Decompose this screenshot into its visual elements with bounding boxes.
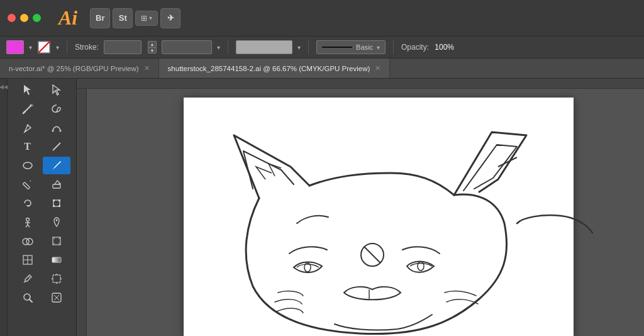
svg-point-12 — [52, 130, 53, 132]
variable-dropdown-arrow[interactable]: ▾ — [217, 44, 220, 51]
paintbrush-tool[interactable] — [43, 157, 70, 174]
ruler-left — [77, 89, 87, 336]
title-bar: Ai Br St ⊞ ▾ ✈ — [0, 0, 644, 36]
ruler-top — [77, 79, 644, 89]
eraser-tool[interactable] — [43, 176, 70, 193]
svg-rect-17 — [53, 184, 60, 188]
tool-row-select — [9, 81, 75, 99]
svg-marker-3 — [53, 85, 60, 95]
pen-tool[interactable] — [14, 119, 42, 137]
tab-1[interactable]: n-vector.ai* @ 25% (RGB/GPU Preview) ✕ — [0, 59, 159, 78]
tool-row-rotate — [9, 194, 75, 212]
svg-point-24 — [26, 218, 29, 221]
tool-row-eyedropper — [9, 270, 75, 288]
svg-line-55 — [364, 247, 380, 263]
type-tool[interactable]: T — [14, 138, 42, 155]
svg-line-28 — [28, 225, 30, 227]
svg-line-27 — [26, 225, 28, 227]
pin-tool[interactable] — [43, 213, 70, 231]
svg-point-29 — [55, 220, 57, 221]
workspace-selector[interactable]: ⊞ ▾ — [135, 11, 158, 26]
canvas-document[interactable] — [184, 98, 574, 336]
stroke-up-btn[interactable]: ▲ — [148, 41, 157, 47]
fox-drawing — [184, 98, 574, 336]
gray-swatch[interactable] — [236, 40, 292, 54]
stroke-stepper: ▲ ▼ — [148, 41, 157, 53]
perspective-tool[interactable] — [43, 232, 70, 250]
maximize-button[interactable] — [33, 14, 41, 22]
tab-1-label: n-vector.ai* @ 25% (RGB/GPU Preview) — [9, 65, 139, 72]
stroke-label: Stroke: — [75, 43, 99, 52]
variable-select[interactable] — [162, 40, 212, 54]
magic-wand-tool[interactable] — [14, 100, 42, 118]
pencil-tool[interactable] — [14, 176, 42, 193]
tool-row-wand — [9, 100, 75, 118]
hand-tool[interactable] — [43, 289, 70, 306]
tool-row-type: T — [9, 138, 75, 155]
toolbar-extras: Br St ⊞ ▾ ✈ — [90, 8, 180, 28]
mesh-tool[interactable] — [14, 251, 42, 269]
svg-point-15 — [23, 162, 32, 169]
line-tool[interactable] — [43, 138, 70, 155]
svg-line-9 — [31, 104, 32, 104]
props-sep-2 — [228, 40, 228, 54]
stroke-dropdown-arrow[interactable]: ▾ — [56, 44, 59, 51]
stroke-line-preview[interactable]: Basic ▾ — [316, 40, 386, 54]
canvas-area[interactable] — [77, 79, 644, 336]
app-logo: Ai — [58, 6, 77, 30]
tool-row-pencil — [9, 176, 75, 193]
svg-line-50 — [30, 300, 32, 302]
workspace-dropdown-arrow: ▾ — [149, 14, 152, 21]
zoom-tool[interactable] — [14, 289, 42, 306]
shape-builder-tool[interactable] — [14, 232, 42, 250]
free-transform-tool[interactable] — [43, 194, 70, 212]
gradient-tool[interactable] — [43, 251, 70, 269]
share-button[interactable]: ✈ — [160, 8, 180, 28]
svg-rect-23 — [58, 205, 60, 207]
traffic-lights — [8, 14, 41, 22]
tool-row-mesh — [9, 251, 75, 269]
tab-2-close[interactable]: ✕ — [375, 65, 380, 72]
eyedropper-tool[interactable] — [14, 270, 42, 288]
tool-row-pen — [9, 119, 75, 137]
properties-bar: ▾ ▾ Stroke: ▲ ▼ ▾ ▾ Basic ▾ Opacity: 100… — [0, 36, 644, 59]
workspace-grid-icon: ⊞ — [141, 14, 147, 23]
gray-dropdown-arrow[interactable]: ▾ — [297, 44, 301, 51]
selection-tool[interactable] — [14, 81, 42, 99]
svg-rect-20 — [53, 199, 55, 201]
artboard-tool[interactable] — [43, 270, 70, 288]
stroke-down-btn[interactable]: ▼ — [148, 47, 157, 53]
svg-point-30 — [23, 238, 29, 245]
curvature-tool[interactable] — [43, 119, 70, 137]
opacity-value[interactable]: 100% — [434, 43, 454, 52]
lasso-tool[interactable] — [43, 100, 70, 118]
stock-button[interactable]: St — [113, 8, 133, 28]
stroke-swatch[interactable] — [37, 40, 51, 54]
tab-2[interactable]: shutterstock_285744158-2.ai @ 66.67% (CM… — [159, 59, 391, 78]
stroke-input[interactable] — [104, 40, 142, 54]
bridge-button[interactable]: Br — [90, 8, 110, 28]
svg-point-31 — [26, 238, 33, 245]
svg-line-5 — [23, 111, 25, 113]
puppet-warp-tool[interactable] — [14, 213, 42, 231]
basic-label: Basic — [356, 43, 373, 51]
sidebar-collapse-handle[interactable]: ◀◀ — [0, 79, 8, 336]
minimize-button[interactable] — [20, 14, 28, 22]
type-icon: T — [24, 141, 31, 152]
opacity-label: Opacity: — [401, 43, 429, 52]
props-sep-3 — [308, 40, 309, 54]
fill-swatch[interactable] — [6, 40, 24, 54]
direct-selection-tool[interactable] — [43, 81, 70, 99]
props-sep-1 — [67, 40, 67, 54]
tool-row-zoom — [9, 289, 75, 306]
svg-rect-21 — [58, 199, 60, 201]
close-button[interactable] — [8, 14, 16, 22]
fill-dropdown-arrow[interactable]: ▾ — [29, 44, 32, 51]
rotate-tool[interactable] — [14, 194, 42, 212]
ellipse-tool[interactable] — [14, 157, 42, 174]
tab-1-close[interactable]: ✕ — [144, 65, 150, 72]
svg-rect-40 — [52, 257, 61, 262]
svg-line-42 — [24, 281, 25, 283]
svg-point-10 — [26, 125, 28, 126]
collapse-icon: ◀◀ — [0, 84, 8, 90]
